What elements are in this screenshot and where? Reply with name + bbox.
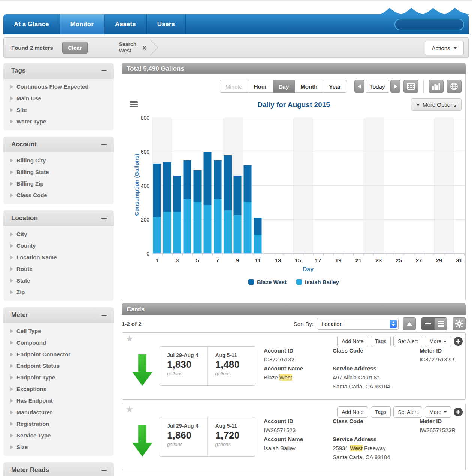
previous-period-button[interactable] <box>354 80 364 93</box>
today-button[interactable]: Today <box>366 80 389 93</box>
sidebar-item-site[interactable]: Site <box>3 104 114 116</box>
search-input[interactable] <box>398 22 466 28</box>
bar-segment-isaiah-bailey[interactable] <box>184 199 191 253</box>
add-note-button[interactable]: Add Note <box>337 336 368 347</box>
tags-button[interactable]: Tags <box>371 406 391 418</box>
sidebar-item-endpoint-connector[interactable]: Endpoint Connector <box>3 348 114 360</box>
settings-button[interactable] <box>453 317 466 330</box>
tab-users[interactable]: Users <box>147 14 186 34</box>
star-icon[interactable] <box>125 404 134 415</box>
bar-segment-blaze-west[interactable] <box>244 165 252 202</box>
sidebar-section-header-meter[interactable]: Meter <box>3 307 114 323</box>
sidebar-item-main-use[interactable]: Main Use <box>3 92 114 104</box>
bar-segment-blaze-west[interactable] <box>163 162 171 212</box>
meter-id-label: Meter ID <box>420 417 456 426</box>
sidebar-item-endpoint-status[interactable]: Endpoint Status <box>3 360 114 372</box>
x-tick <box>353 254 354 256</box>
collapse-minus-icon[interactable] <box>101 218 107 219</box>
map-view-button[interactable] <box>447 80 462 93</box>
range-button-hour[interactable]: Hour <box>248 80 273 93</box>
sidebar-section-header-location[interactable]: Location <box>3 210 114 226</box>
bar-segment-isaiah-bailey[interactable] <box>214 199 221 253</box>
sidebar-item-state[interactable]: State <box>3 275 114 286</box>
sidebar-section-header-account[interactable]: Account <box>3 137 114 152</box>
sidebar-item-route[interactable]: Route <box>3 263 114 275</box>
collapse-minus-icon[interactable] <box>101 470 107 471</box>
add-note-button[interactable]: Add Note <box>337 406 368 418</box>
sidebar-item-continuous-flow-expected[interactable]: Continuous Flow Expected <box>3 81 114 92</box>
sidebar-section-meter: MeterCell TypeCompoundEndpoint Connector… <box>3 307 114 456</box>
bar-segment-blaze-west[interactable] <box>234 176 242 215</box>
sidebar-item-endpoint-type[interactable]: Endpoint Type <box>3 372 114 383</box>
sidebar-item-compound[interactable]: Compound <box>3 337 114 348</box>
bar-segment-blaze-west[interactable] <box>224 155 232 210</box>
bar-segment-isaiah-bailey[interactable] <box>163 212 171 253</box>
collapse-minus-icon[interactable] <box>101 315 107 316</box>
sidebar-item-county[interactable]: County <box>3 240 114 251</box>
bar-segment-isaiah-bailey[interactable] <box>224 210 232 253</box>
sidebar-section-tags: TagsContinuous Flow ExpectedMain UseSite… <box>3 63 114 130</box>
collapse-minus-icon[interactable] <box>101 70 107 71</box>
sidebar-item-cell-type[interactable]: Cell Type <box>3 325 114 337</box>
sidebar-item-registration[interactable]: Registration <box>3 418 114 430</box>
legend-item-blaze-west[interactable]: Blaze West <box>248 279 287 285</box>
tags-button[interactable]: Tags <box>371 336 391 347</box>
set-alert-button[interactable]: Set Alert <box>393 336 422 347</box>
tab-assets[interactable]: Assets <box>105 14 147 34</box>
sidebar-item-size[interactable]: Size <box>3 441 114 453</box>
next-period-button[interactable] <box>390 80 400 93</box>
bar-segment-isaiah-bailey[interactable] <box>203 205 211 253</box>
bar-segment-isaiah-bailey[interactable] <box>244 202 252 253</box>
sidebar-item-city[interactable]: City <box>3 228 114 240</box>
range-button-year[interactable]: Year <box>323 80 347 93</box>
sidebar-item-exceptions[interactable]: Exceptions <box>3 383 114 395</box>
bar-segment-blaze-west[interactable] <box>254 218 262 235</box>
sidebar-section-header-meter-reads[interactable]: Meter Reads <box>3 462 114 476</box>
sort-select[interactable]: Location <box>317 318 399 330</box>
bar-segment-blaze-west[interactable] <box>184 160 191 199</box>
plus-circle-icon[interactable] <box>454 408 463 416</box>
sidebar-item-zip[interactable]: Zip <box>3 286 114 298</box>
bar-segment-isaiah-bailey[interactable] <box>254 235 262 253</box>
tab-at-a-glance[interactable]: At a Glance <box>3 14 60 34</box>
set-alert-button[interactable]: Set Alert <box>393 406 422 418</box>
bar-segment-isaiah-bailey[interactable] <box>153 217 161 253</box>
clear-button[interactable]: Clear <box>62 42 88 54</box>
bar-segment-blaze-west[interactable] <box>203 152 211 205</box>
sidebar-item-manufacturer[interactable]: Manufacturer <box>3 406 114 418</box>
list-view-button[interactable] <box>434 318 447 330</box>
sidebar-item-billing-state[interactable]: Billing State <box>3 166 114 178</box>
chart-type-button[interactable] <box>429 80 444 93</box>
sidebar-item-billing-zip[interactable]: Billing Zip <box>3 178 114 189</box>
export-up-button[interactable] <box>403 317 416 330</box>
sidebar-item-service-type[interactable]: Service Type <box>3 430 114 441</box>
more-button[interactable]: More <box>425 406 451 418</box>
bar-segment-blaze-west[interactable] <box>153 164 161 217</box>
plus-circle-icon[interactable] <box>454 337 463 346</box>
star-icon[interactable] <box>125 333 134 344</box>
tab-monitor[interactable]: Monitor <box>60 14 105 34</box>
bar-segment-isaiah-bailey[interactable] <box>234 215 242 253</box>
sidebar-item-water-type[interactable]: Water Type <box>3 116 114 127</box>
bar-segment-blaze-west[interactable] <box>214 160 221 199</box>
bar-segment-blaze-west[interactable] <box>193 170 201 202</box>
sidebar-item-location-name[interactable]: Location Name <box>3 251 114 263</box>
sidebar-item-class-code[interactable]: Class Code <box>3 189 114 201</box>
bar-segment-isaiah-bailey[interactable] <box>173 212 181 253</box>
expand-triangle-icon <box>10 329 13 333</box>
compact-view-button[interactable] <box>421 318 434 330</box>
collapse-minus-icon[interactable] <box>101 144 107 145</box>
sidebar-item-billing-city[interactable]: Billing City <box>3 155 114 166</box>
range-button-day[interactable]: Day <box>273 80 295 93</box>
legend-item-isaiah-bailey[interactable]: Isaiah Bailey <box>296 279 339 285</box>
more-options-button[interactable]: More Options <box>411 98 462 111</box>
sidebar-item-has-endpoint[interactable]: Has Endpoint <box>3 395 114 406</box>
bar-segment-blaze-west[interactable] <box>173 176 181 212</box>
more-button[interactable]: More <box>425 336 451 347</box>
calendar-button[interactable] <box>403 80 418 93</box>
range-button-month[interactable]: Month <box>295 80 323 93</box>
actions-button[interactable]: Actions <box>425 41 464 55</box>
bar-segment-isaiah-bailey[interactable] <box>193 202 201 253</box>
sidebar-section-header-tags[interactable]: Tags <box>3 63 114 79</box>
remove-filter-button[interactable]: X <box>142 45 146 51</box>
